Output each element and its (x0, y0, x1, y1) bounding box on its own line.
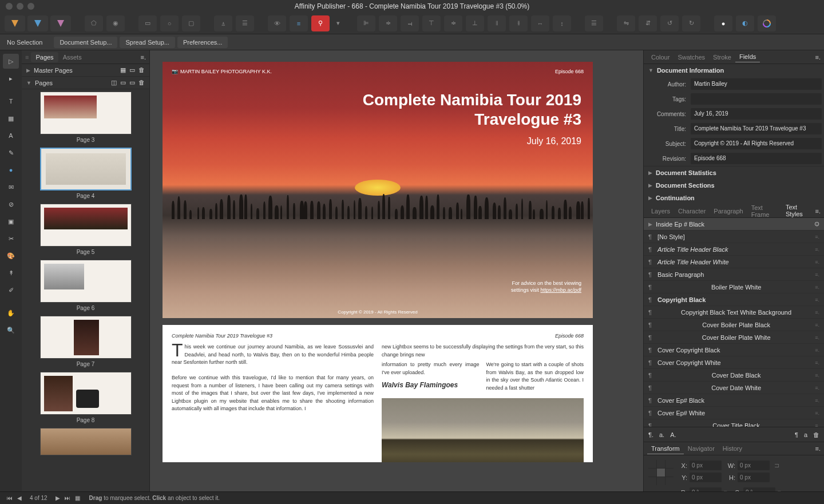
reset-char-icon[interactable]: a (804, 431, 807, 438)
comments-field[interactable]: July 16, 2019 (691, 108, 822, 120)
title-field[interactable]: Complete Namibia Tour 2019 Travelogue #3 (691, 123, 822, 134)
canvas[interactable]: 📷MARTIN BAILEY PHOTOGRAPHY K.K. Episode … (150, 50, 643, 504)
align-icon[interactable]: ☰ (236, 15, 254, 31)
minimize-window[interactable] (17, 3, 23, 10)
thumb-page-3[interactable]: Page 3 (25, 92, 146, 143)
subject-field[interactable]: Copyright © 2019 - All Rights Reserved (691, 138, 822, 149)
snap-menu[interactable]: ▾ (333, 15, 343, 31)
text-style-row[interactable]: ¶Cover Ep# White≡. (644, 407, 824, 419)
thumb-page-9[interactable] (25, 428, 146, 455)
colour-wheel-icon[interactable] (758, 15, 776, 31)
colour-circle-icon[interactable]: ● (714, 15, 732, 31)
y-field[interactable]: 0 px (690, 473, 722, 482)
baseline-icon[interactable]: ≡ (290, 15, 308, 31)
h-field[interactable]: 0 px (738, 473, 770, 482)
photo-persona[interactable] (50, 15, 71, 31)
doc-sections-header[interactable]: ▶Document Sections (644, 179, 824, 192)
master-del-icon[interactable]: 🗑 (138, 66, 145, 74)
pin-icon[interactable]: ⍋ (214, 15, 232, 31)
x-field[interactable]: 0 px (690, 461, 722, 470)
text-style-row[interactable]: ¶Cover Ep# Black≡. (644, 394, 824, 407)
align-right-icon[interactable]: ⫤ (401, 15, 419, 31)
flip-h-icon[interactable]: ⇋ (617, 15, 635, 31)
zoom-window[interactable] (27, 3, 34, 10)
thumb-page-8[interactable]: Page 8 (25, 372, 146, 423)
transparency-tool[interactable]: ⊘ (3, 197, 19, 212)
table-tool[interactable]: ▦ (3, 111, 19, 126)
page-spread-icon[interactable]: ◫ (111, 79, 117, 86)
panel-menu-icon[interactable]: ≡ (25, 54, 31, 61)
delete-style-icon[interactable]: 🗑 (813, 431, 819, 438)
thumb-page-6[interactable]: Page 6 (25, 260, 146, 311)
para-style-icon[interactable]: ¶. (648, 431, 653, 438)
move-tool[interactable]: ▷ (3, 54, 19, 69)
frame-text-tool[interactable]: T (3, 94, 19, 109)
thumb-page-7[interactable]: Page 7 (25, 316, 146, 367)
zoom-tool[interactable]: 🔍 (3, 323, 19, 338)
preferences-button[interactable]: Preferences... (177, 37, 228, 48)
panel-opts2-icon[interactable]: ≡. (815, 208, 821, 215)
doc-stats-header[interactable]: ▶Document Statistics (644, 166, 824, 179)
transform-tab[interactable]: Transform (647, 443, 684, 454)
eyedropper-tool[interactable]: ✎ (3, 145, 19, 160)
layers-tab[interactable]: Layers (647, 206, 674, 216)
panel-opts-icon[interactable]: ≡. (815, 54, 821, 61)
assets-tab[interactable]: Assets (58, 52, 86, 62)
panel-options-icon[interactable]: ≡. (141, 54, 146, 61)
text-style-row[interactable]: ¶Article Title Header Black≡. (644, 243, 824, 256)
picture-frame-tool[interactable]: ▣ (3, 214, 19, 229)
shape-tool-icon[interactable]: ⬠ (85, 15, 103, 31)
distribute-v-icon[interactable]: ⫵ (509, 15, 528, 31)
stroke-tab[interactable]: Stroke (709, 52, 735, 62)
align-left-icon[interactable]: ⊫ (357, 15, 375, 31)
close-window[interactable] (6, 3, 13, 10)
anchor-picker[interactable] (648, 460, 674, 485)
doc-info-header[interactable]: ▼Document Information (644, 64, 824, 77)
text-style-row[interactable]: ¶[No Style]≡. (644, 231, 824, 243)
snap-icon[interactable]: ⚲ (311, 15, 330, 31)
next-page-button[interactable]: ▶ (53, 495, 62, 501)
align-middle-icon[interactable]: ≑ (444, 15, 462, 31)
text-style-row[interactable]: ¶Cover Copyright White≡. (644, 356, 824, 369)
text-style-row[interactable]: ¶Cover Boiler Plate Black≡. (644, 319, 824, 331)
envelope-tool[interactable]: ✉ (3, 180, 19, 195)
text-style-row[interactable]: ¶Cover Date White≡. (644, 382, 824, 394)
page-add-icon[interactable]: ▭ (120, 79, 126, 86)
author-field[interactable]: Martin Bailey (691, 78, 822, 90)
pages-tab[interactable]: Pages (31, 52, 58, 62)
text-style-row[interactable]: ¶Cover Boiler Plate White≡. (644, 331, 824, 344)
rounded-icon[interactable]: ▢ (182, 15, 200, 31)
rotate-ccw-icon[interactable]: ↺ (660, 15, 679, 31)
arrange-icon[interactable]: ☰ (585, 15, 603, 31)
page-dup-icon[interactable]: ▭ (129, 79, 135, 86)
designer-persona[interactable] (27, 15, 48, 31)
spread-setup-button[interactable]: Spread Setup... (120, 37, 175, 48)
paragraph-tab[interactable]: Paragraph (710, 206, 747, 216)
fields-tab[interactable]: Fields (735, 51, 760, 62)
rect-icon[interactable]: ▭ (138, 15, 157, 31)
textstyles-tab[interactable]: Text Styles (782, 202, 815, 220)
navigator-tab[interactable]: Navigator (684, 443, 719, 454)
master-pages-row[interactable]: ▶ Master Pages ▦ ▭ 🗑 (22, 64, 149, 77)
spread-view-icon[interactable]: ▦ (73, 495, 82, 501)
ellipse-icon[interactable]: ○ (160, 15, 179, 31)
preview-icon[interactable]: 👁 (268, 15, 286, 31)
pan-tool[interactable]: ✋ (3, 305, 19, 320)
textframe-tab[interactable]: Text Frame (747, 203, 782, 220)
prev-page-button[interactable]: ◀ (15, 495, 24, 501)
publisher-persona[interactable] (5, 15, 25, 31)
revision-field[interactable]: Episode 668 (691, 153, 822, 164)
last-page-button[interactable]: ⏭ (62, 495, 73, 501)
distribute-h-icon[interactable]: ⫴ (488, 15, 506, 31)
reset-para-icon[interactable]: ¶ (795, 431, 798, 438)
w-field[interactable]: 0 px (738, 461, 770, 470)
master-add-icon[interactable]: ▦ (120, 66, 126, 74)
first-page-button[interactable]: ⏮ (5, 495, 15, 501)
group-style-icon[interactable]: A. (670, 431, 676, 438)
blob-tool-icon[interactable]: ◉ (106, 15, 125, 31)
text-style-row[interactable]: ¶Copyright Black≡. (644, 293, 824, 306)
flip-v-icon[interactable]: ⇵ (639, 15, 657, 31)
text-style-row[interactable]: ¶Boiler Plate White≡. (644, 281, 824, 293)
panel-opts3-icon[interactable]: ≡. (815, 445, 821, 452)
artistic-text-tool[interactable]: A (3, 128, 19, 143)
